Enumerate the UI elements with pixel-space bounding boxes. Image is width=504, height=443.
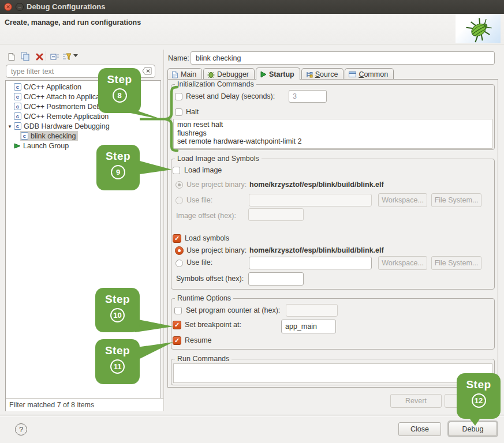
tree-item-inner[interactable]: cblink checking [20, 131, 78, 141]
run-commands-textarea[interactable] [173, 363, 492, 383]
toolbar-separator [46, 51, 46, 61]
expander-icon[interactable]: ▾ [6, 123, 13, 129]
symbols-offset-input[interactable] [248, 272, 304, 286]
clear-filter-icon[interactable] [142, 67, 152, 75]
panel-sash[interactable] [163, 50, 164, 411]
step-12-number: 12 [472, 393, 486, 408]
set-breakpoint-checkbox[interactable]: ✓ [173, 321, 181, 329]
tab-debugger[interactable]: Debugger [203, 68, 255, 80]
close-button[interactable]: Close [398, 422, 441, 436]
tree-item-inner[interactable]: cGDB Hardware Debugging [13, 121, 111, 131]
step-12-text: Step [466, 378, 491, 391]
debug-button[interactable]: Debug [449, 422, 497, 436]
dialog-subtitle: Create, manage, and run configurations [5, 18, 141, 27]
filter-configurations-icon[interactable] [61, 51, 73, 62]
set-program-counter-label: Set program counter at (hex): [186, 305, 280, 316]
step-8-number: 8 [113, 88, 127, 103]
symbols-file-system-button: File System... [431, 256, 481, 270]
close-window-icon[interactable]: ✕ [4, 3, 12, 11]
duplicate-configuration-icon[interactable] [20, 51, 31, 62]
new-configuration-icon[interactable] [6, 51, 17, 62]
c-configuration-icon: c [14, 103, 21, 110]
reset-and-delay-checkbox[interactable] [175, 93, 182, 100]
set-breakpoint-label: Set breakpoint at: [185, 320, 241, 330]
load-image-checkbox[interactable] [173, 167, 180, 174]
tree-item-blink-checking[interactable]: cblink checking [6, 131, 159, 141]
c-configuration-icon: c [14, 93, 21, 100]
step-11-badge: Step 11 [95, 339, 140, 384]
resume-label: Resume [185, 335, 212, 346]
reset-delay-input[interactable] [289, 90, 327, 103]
delete-configuration-icon[interactable] [33, 51, 45, 62]
help-icon[interactable]: ? [15, 423, 27, 436]
symbols-file-input[interactable] [249, 257, 372, 269]
image-use-project-binary-label: Use project binary: [186, 179, 247, 190]
tab-label: Source [315, 70, 338, 78]
image-use-project-binary-radio [176, 181, 183, 189]
minimize-window-icon[interactable]: – [16, 3, 24, 11]
name-label: Name: [168, 54, 189, 62]
c-configuration-icon: c [21, 132, 28, 140]
resume-checkbox[interactable]: ✓ [173, 336, 181, 345]
source-tab-icon [305, 71, 313, 78]
step-9-text: Step [106, 150, 130, 163]
filter-status: Filter matched 7 of 8 items [6, 398, 163, 411]
tree-item-inner[interactable]: cC/C++ Remote Application [13, 111, 110, 121]
debugger-tab-icon [207, 71, 215, 78]
debug-bug-image [456, 14, 501, 43]
image-file-input [249, 194, 372, 207]
tab-label: Debugger [217, 70, 249, 78]
tab-main[interactable]: Main [167, 68, 202, 80]
name-input[interactable] [191, 51, 495, 65]
tree-item-label: blink checking [31, 132, 76, 140]
step-10-badge: Step 10 [95, 288, 140, 332]
breakpoint-input[interactable] [281, 320, 336, 333]
filter-menu-caret-icon[interactable] [73, 54, 78, 57]
run-commands-legend: Run Commands [175, 355, 232, 363]
halt-checkbox[interactable] [175, 108, 182, 116]
common-tab-icon [349, 71, 356, 78]
tab-source[interactable]: Source [301, 68, 344, 80]
symbols-use-file-label: Use file: [186, 257, 212, 268]
tab-label: Main [181, 70, 196, 78]
c-configuration-icon: c [14, 83, 21, 91]
symbols-use-project-binary-radio[interactable] [175, 246, 184, 255]
step-10-number: 10 [110, 308, 125, 322]
tree-item-inner[interactable]: Launch Group [13, 141, 70, 151]
image-offset-label: Image offset (hex): [176, 211, 236, 221]
bug-icon [456, 14, 501, 43]
tab-bar: MainDebuggerStartupSourceCommon [167, 67, 395, 80]
symbols-project-binary-path: home/krzysztof/esp/blink/build/blink.elf [249, 245, 384, 256]
step-9-number: 9 [111, 165, 125, 179]
startup-tab-icon [260, 71, 267, 78]
tree-item-c-c-remote-application[interactable]: cC/C++ Remote Application [6, 111, 159, 121]
init-commands-textarea[interactable]: mon reset halt flushregs set remote hard… [173, 119, 492, 149]
load-symbols-checkbox[interactable]: ✓ [173, 234, 181, 243]
image-offset-input [248, 208, 304, 221]
step-8-badge: Step 8 [98, 68, 141, 113]
tree-item-label: C/C++ Remote Application [24, 112, 109, 121]
step-10-text: Step [105, 293, 130, 306]
step-9-badge: Step 9 [96, 145, 140, 190]
halt-label: Halt [186, 107, 199, 117]
tab-label: Common [359, 70, 388, 78]
symbols-workspace-button: Workspace... [378, 256, 427, 270]
image-use-file-radio [176, 197, 183, 204]
set-program-counter-checkbox[interactable] [174, 307, 182, 314]
symbols-use-project-binary-label: Use project binary: [186, 245, 247, 256]
revert-button: Revert [390, 394, 442, 408]
load-image-symbols-legend: Load Image and Symbols [175, 155, 262, 163]
tab-label: Startup [269, 70, 294, 78]
symbols-use-file-radio[interactable] [176, 260, 183, 267]
step-11-text: Step [105, 344, 130, 357]
collapse-all-icon[interactable] [49, 51, 61, 62]
tree-item-gdb-hardware-debugging[interactable]: ▾cGDB Hardware Debugging [6, 121, 159, 131]
debug-configurations-dialog: ✕ – Debug Configurations Create, manage,… [0, 0, 504, 443]
tree-item-inner[interactable]: cC/C++ Application [13, 82, 83, 92]
step-11-number: 11 [110, 359, 125, 374]
runtime-options-legend: Runtime Options [175, 294, 233, 302]
tab-common[interactable]: Common [345, 68, 394, 80]
tab-startup[interactable]: Startup [256, 67, 300, 80]
program-counter-input [286, 304, 338, 317]
image-project-binary-path: home/krzysztof/esp/blink/build/blink.elf [249, 179, 384, 190]
